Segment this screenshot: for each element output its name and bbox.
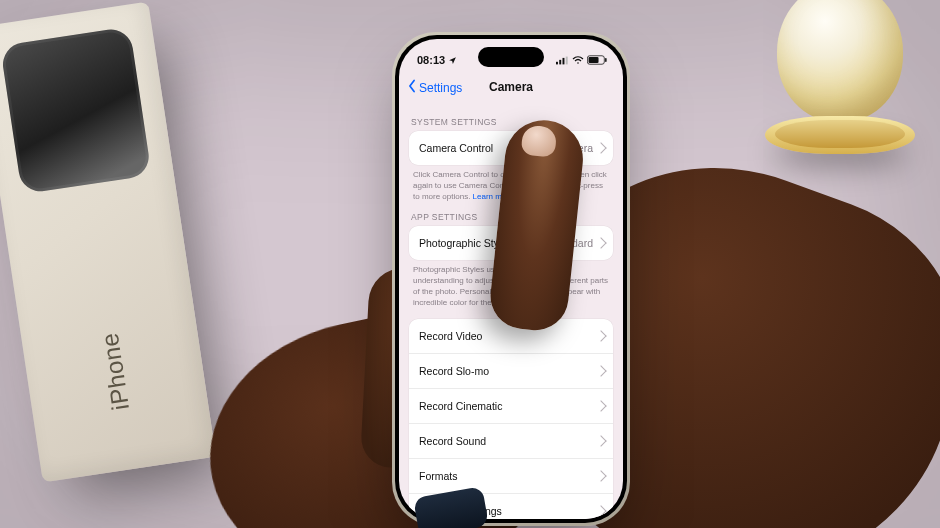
chevron-right-icon [595,435,606,446]
row-formats[interactable]: Formats [409,458,613,493]
svg-rect-6 [589,57,599,63]
row-record-slomo[interactable]: Record Slo-mo [409,353,613,388]
row-record-sound[interactable]: Record Sound [409,423,613,458]
dynamic-island [478,47,544,67]
page-title: Camera [399,80,623,94]
row-label: Record Cinematic [419,400,502,412]
row-record-cinematic[interactable]: Record Cinematic [409,388,613,423]
iphone-retail-box: iPhone [0,2,216,483]
svg-point-4 [577,62,579,64]
chevron-right-icon [595,470,606,481]
chevron-right-icon [595,365,606,376]
chevron-right-icon [595,142,606,153]
desk-clock-object [765,0,915,162]
row-label: Record Sound [419,435,486,447]
svg-rect-1 [559,59,561,64]
svg-rect-2 [563,57,565,64]
chevron-right-icon [595,330,606,341]
cellular-icon [556,56,569,65]
svg-rect-0 [556,61,558,64]
chevron-right-icon [595,505,606,516]
section-header-system: SYSTEM SETTINGS [411,117,611,127]
chevron-right-icon [595,238,606,249]
battery-icon [587,55,607,65]
location-icon [448,56,457,65]
svg-rect-7 [605,58,607,62]
status-time: 08:13 [417,54,445,66]
camera-options-card: Record Video Record Slo-mo Record Cinema… [409,319,613,519]
box-brand-label: iPhone [95,331,134,412]
row-label: Camera Control [419,142,493,154]
row-label: Record Video [419,330,482,342]
nav-bar: Settings Camera [399,77,623,107]
chevron-right-icon [595,400,606,411]
svg-rect-3 [566,56,568,64]
row-label: Formats [419,470,458,482]
wifi-icon [572,56,584,65]
row-label: Record Slo-mo [419,365,489,377]
